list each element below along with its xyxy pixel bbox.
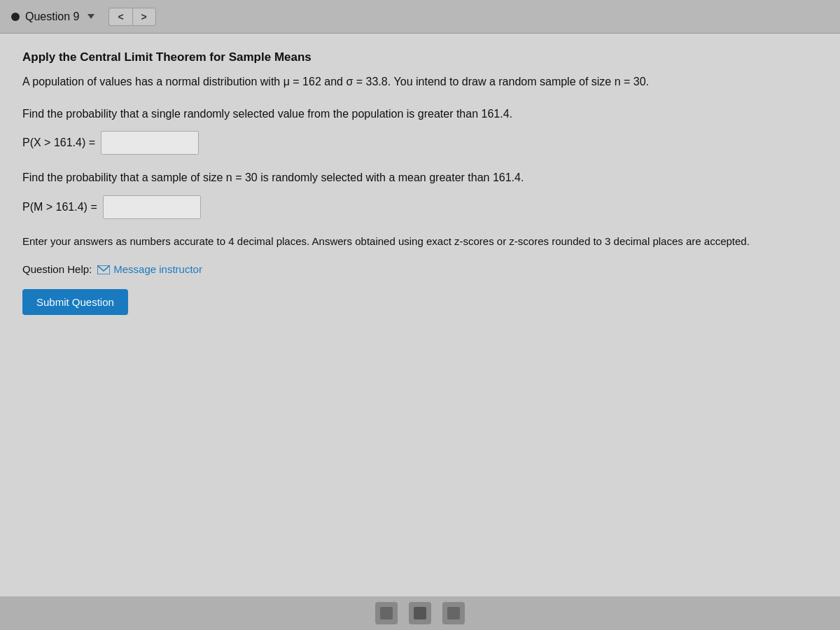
question-label-container: Question 9 [11, 10, 94, 23]
question-dot [11, 13, 20, 21]
message-instructor-link[interactable]: Message instructor [97, 263, 202, 275]
svg-rect-1 [380, 607, 393, 620]
prev-question-button[interactable]: < [108, 8, 132, 26]
sub-question-2: Find the probability that a sample of si… [22, 169, 818, 187]
help-label: Question Help: [22, 263, 92, 275]
taskbar-icon-1[interactable] [375, 602, 398, 624]
top-nav: Question 9 < > [0, 0, 840, 34]
envelope-icon [97, 265, 110, 274]
answer2-input[interactable] [103, 195, 201, 219]
answer1-input[interactable] [101, 131, 199, 155]
question-body: A population of values has a normal dist… [22, 73, 818, 91]
question-help-row: Question Help: Message instructor [22, 263, 818, 275]
taskbar-icon-2[interactable] [409, 602, 431, 624]
nav-buttons: < > [108, 8, 155, 26]
main-container: Question 9 < > Apply the Central Limit T… [0, 0, 840, 630]
answer-row-2: P(M > 161.4) = [22, 195, 818, 219]
content-area: Apply the Central Limit Theorem for Samp… [0, 34, 840, 596]
question-dropdown-arrow[interactable] [88, 14, 94, 19]
submit-question-button[interactable]: Submit Question [22, 289, 128, 315]
question-label: Question 9 [25, 10, 79, 23]
svg-rect-3 [447, 607, 460, 620]
answer-row-1: P(X > 161.4) = [22, 131, 818, 155]
question-body-text: A population of values has a normal dist… [22, 76, 649, 88]
next-question-button[interactable]: > [132, 8, 156, 26]
svg-rect-2 [414, 607, 426, 620]
answer1-label: P(X > 161.4) = [22, 136, 95, 149]
sub-question-1: Find the probability that a single rando… [22, 105, 818, 123]
question-title: Apply the Central Limit Theorem for Samp… [22, 50, 818, 64]
answer2-label: P(M > 161.4) = [22, 201, 97, 214]
bottom-bar [0, 596, 840, 630]
taskbar-icon-3[interactable] [442, 602, 465, 624]
note-text: Enter your answers as numbers accurate t… [22, 233, 818, 249]
message-instructor-text: Message instructor [113, 263, 202, 275]
